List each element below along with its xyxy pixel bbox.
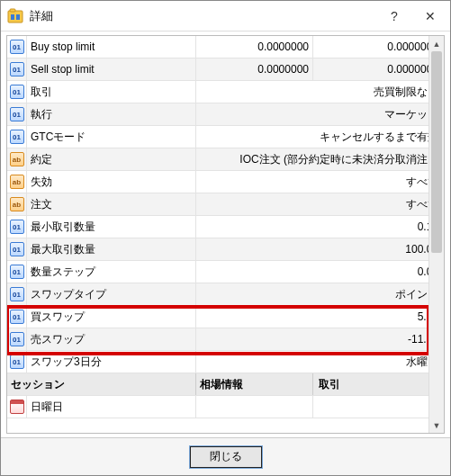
text-icon: ab [7, 193, 27, 215]
property-label: スワップタイプ [27, 283, 196, 305]
property-label: 日曜日 [27, 396, 196, 418]
calendar-icon [7, 396, 27, 418]
property-mid: 0.0000000 [196, 58, 313, 80]
property-value: IOC注文 (部分約定時に未決済分取消注… [196, 148, 444, 170]
row-execution[interactable]: 01 執行 マーケット [7, 103, 444, 126]
property-label: 数量ステップ [27, 261, 196, 283]
row-swap-type[interactable]: 01 スワップタイプ ポイント [7, 283, 444, 306]
number-icon: 01 [7, 351, 27, 373]
svg-rect-1 [10, 9, 15, 12]
row-min-volume[interactable]: 01 最小取引数量 0.10 [7, 216, 444, 238]
content-area: 01 Buy stop limit 0.0000000 0.0000000 01… [1, 31, 450, 437]
number-icon: 01 [7, 328, 27, 350]
row-max-volume[interactable]: 01 最大取引数量 100.00 [7, 238, 444, 261]
text-icon: ab [7, 148, 27, 170]
number-icon: 01 [7, 103, 27, 125]
property-value: 0.10 [196, 216, 444, 238]
row-swap-short[interactable]: 01 売スワップ -11.76 [7, 328, 444, 351]
property-value: すべて [196, 193, 444, 215]
row-sell-stop-limit[interactable]: 01 Sell stop limit 0.0000000 0.0000000 [7, 58, 444, 81]
property-label: 約定 [27, 148, 196, 170]
properties-panel: 01 Buy stop limit 0.0000000 0.0000000 01… [6, 35, 445, 434]
help-button[interactable]: ? [376, 3, 412, 30]
property-label: 最小取引数量 [27, 216, 196, 238]
property-value: キャンセルするまで有効 [196, 126, 444, 148]
row-sunday[interactable]: 日曜日 [7, 396, 444, 418]
section-col-trade: 取引 [313, 373, 444, 395]
row-volume-step[interactable]: 01 数量ステップ 0.01 [7, 261, 444, 283]
property-value: マーケット [196, 103, 444, 125]
row-swap-long[interactable]: 01 買スワップ 5.84 [7, 306, 444, 328]
dialog-footer: 閉じる [1, 437, 450, 475]
row-swap-3day[interactable]: 01 スワップ3日分 水曜日 [7, 351, 444, 373]
window-title: 詳細 [30, 8, 376, 24]
title-bar: 詳細 ? ✕ [1, 1, 450, 31]
property-value: 0.0000000 [313, 58, 444, 80]
scroll-track[interactable] [429, 51, 444, 418]
number-icon: 01 [7, 261, 27, 283]
number-icon: 01 [7, 58, 27, 80]
property-label: スワップ3日分 [27, 351, 196, 373]
number-icon: 01 [7, 216, 27, 238]
property-value [313, 396, 444, 418]
row-orders[interactable]: ab 注文 すべて [7, 193, 444, 216]
property-label: 取引 [27, 81, 196, 103]
property-label: 買スワップ [27, 306, 196, 328]
number-icon: 01 [7, 306, 27, 328]
property-value: すべて [196, 171, 444, 193]
row-filling[interactable]: ab 約定 IOC注文 (部分約定時に未決済分取消注… [7, 148, 444, 171]
scroll-up-arrow-icon[interactable]: ▲ [429, 36, 444, 51]
svg-rect-3 [16, 14, 20, 20]
property-value: ポイント [196, 283, 444, 305]
app-icon [6, 7, 24, 25]
number-icon: 01 [7, 36, 27, 58]
row-buy-stop-limit[interactable]: 01 Buy stop limit 0.0000000 0.0000000 [7, 36, 444, 58]
row-gtc-mode[interactable]: 01 GTCモード キャンセルするまで有効 [7, 126, 444, 148]
property-label: 注文 [27, 193, 196, 215]
property-label: 最大取引数量 [27, 238, 196, 260]
property-value: 売買制限なし [196, 81, 444, 103]
number-icon: 01 [7, 283, 27, 305]
property-rows: 01 Buy stop limit 0.0000000 0.0000000 01… [7, 36, 444, 418]
property-value: 5.84 [196, 306, 444, 328]
property-label: 失効 [27, 171, 196, 193]
property-value: 水曜日 [196, 351, 444, 373]
number-icon: 01 [7, 126, 27, 148]
property-value: 0.01 [196, 261, 444, 283]
svg-rect-2 [11, 14, 14, 20]
number-icon: 01 [7, 238, 27, 260]
property-mid: 0.0000000 [196, 36, 313, 58]
scroll-thumb[interactable] [431, 51, 442, 253]
row-expiration[interactable]: ab 失効 すべて [7, 171, 444, 193]
section-col-quotes: 相場情報 [196, 373, 313, 395]
section-col-session: セッション [7, 373, 196, 395]
number-icon: 01 [7, 81, 27, 103]
property-mid [196, 396, 313, 418]
property-value: 100.00 [196, 238, 444, 260]
row-trade[interactable]: 01 取引 売買制限なし [7, 81, 444, 103]
section-header-sessions: セッション 相場情報 取引 [7, 373, 444, 396]
text-icon: ab [7, 171, 27, 193]
property-label: GTCモード [27, 126, 196, 148]
vertical-scrollbar[interactable]: ▲ ▼ [428, 36, 444, 433]
property-label: 執行 [27, 103, 196, 125]
property-label: Sell stop limit [27, 58, 196, 80]
close-dialog-button[interactable]: 閉じる [190, 446, 262, 468]
scroll-down-arrow-icon[interactable]: ▼ [429, 418, 444, 433]
property-value: 0.0000000 [313, 36, 444, 58]
property-label: Buy stop limit [27, 36, 196, 58]
close-button[interactable]: ✕ [412, 3, 448, 30]
property-value: -11.76 [196, 328, 444, 350]
property-label: 売スワップ [27, 328, 196, 350]
svg-rect-0 [8, 11, 23, 22]
